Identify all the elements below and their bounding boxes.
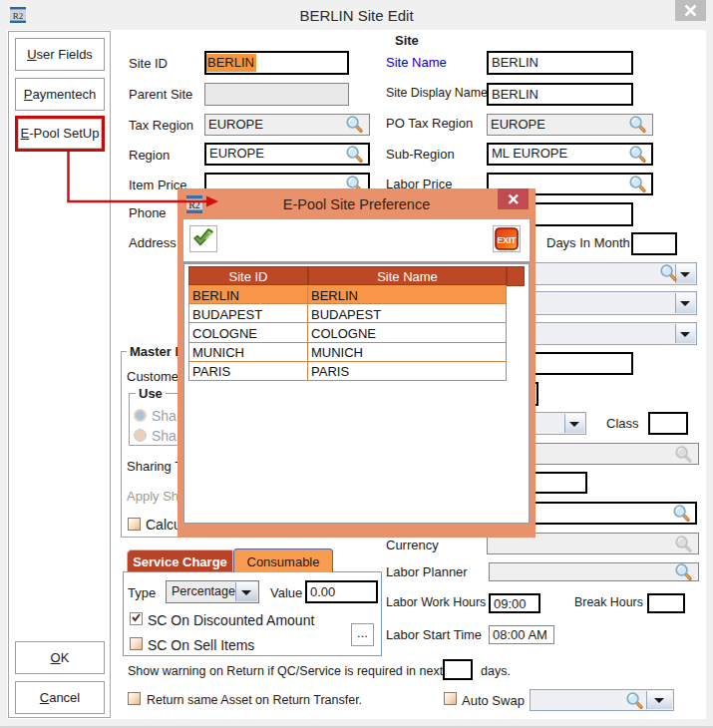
svg-text:EXIT: EXIT	[498, 235, 518, 245]
